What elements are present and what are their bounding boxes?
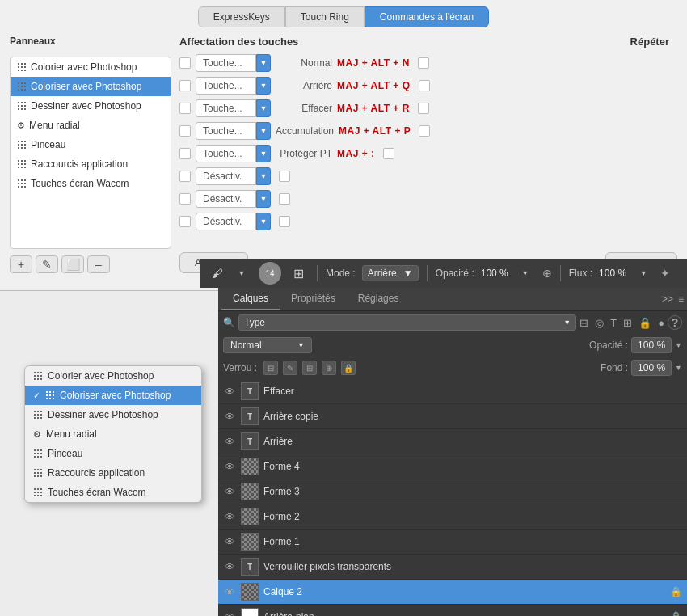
sidebar-item-coloriser[interactable]: Coloriser avec Photoshop — [11, 77, 171, 96]
menu-icon[interactable]: ≡ — [678, 293, 684, 305]
remove-button[interactable]: – — [87, 255, 110, 273]
eye-icon-arriere[interactable]: 👁 — [223, 436, 236, 448]
pressure-icon[interactable]: ⊕ — [542, 267, 552, 280]
help-button[interactable]: ? — [668, 315, 682, 330]
tab-calques[interactable]: Calques — [221, 288, 280, 310]
key-select-arrow-8[interactable]: ▼ — [256, 213, 271, 230]
layer-forme2[interactable]: 👁 Forme 2 — [218, 504, 687, 530]
layer-arriere[interactable]: 👁 T Arrière — [218, 429, 687, 454]
eye-icon-effacer[interactable]: 👁 — [223, 386, 236, 398]
layer-calque2[interactable]: 👁 Calque 2 🔒 — [218, 580, 687, 605]
lock-all-btn[interactable]: 🔒 — [341, 361, 356, 375]
lock-transparent-btn[interactable]: ⊟ — [263, 361, 278, 375]
sidebar-item-touches[interactable]: Touches écran Wacom — [11, 174, 171, 193]
eye-icon-arriere-copie[interactable]: 👁 — [223, 411, 236, 423]
sidebar-item-pinceau[interactable]: Pinceau — [11, 135, 171, 154]
search-box[interactable]: Type ▼ — [238, 314, 576, 331]
brush-tool-btn[interactable]: 🖌 — [207, 263, 228, 284]
filter-icon-5[interactable]: 🔒 — [639, 317, 651, 329]
repeat-check-4[interactable] — [419, 125, 430, 137]
layer-arriere-copie[interactable]: 👁 T Arrière copie — [218, 404, 687, 429]
key-select-arrow-2[interactable]: ▼ — [256, 77, 271, 95]
eye-icon-forme1[interactable]: 👁 — [223, 536, 236, 548]
expand-icon[interactable]: >> — [662, 293, 673, 305]
key-select-box-1[interactable]: Touche... — [196, 54, 256, 72]
filter-icon-1[interactable]: ⊟ — [580, 317, 588, 329]
key-select-arrow-7[interactable]: ▼ — [256, 190, 271, 208]
sidebar-item-dessiner[interactable]: Dessiner avec Photoshop — [11, 96, 171, 116]
float-item-touches[interactable]: Touches écran Wacom — [25, 483, 201, 502]
row-checkbox-2[interactable] — [179, 80, 191, 91]
fill-dropdown-icon[interactable]: ▼ — [675, 364, 682, 372]
airbrush-icon[interactable]: ✦ — [660, 267, 670, 280]
key-select-arrow-6[interactable]: ▼ — [256, 167, 271, 185]
float-item-dessiner[interactable]: Dessiner avec Photoshop — [25, 405, 201, 424]
eye-icon-verrou-pixels[interactable]: 👁 — [223, 561, 236, 573]
row-checkbox-1[interactable] — [179, 57, 191, 69]
row-checkbox-7[interactable] — [179, 193, 191, 205]
lock-artboard-btn[interactable]: ⊕ — [322, 361, 336, 375]
eye-icon-forme4[interactable]: 👁 — [223, 461, 236, 473]
brush-dropdown-btn[interactable]: ▼ — [231, 263, 252, 284]
key-select-box-8[interactable]: Désactiv. — [196, 213, 256, 230]
repeat-check-7[interactable] — [279, 193, 290, 205]
key-select-arrow-1[interactable]: ▼ — [256, 54, 271, 72]
row-checkbox-6[interactable] — [179, 171, 191, 182]
tab-reglages[interactable]: Réglages — [347, 288, 411, 310]
duplicate-button[interactable]: ⬜ — [61, 255, 84, 273]
mode-dropdown[interactable]: Arrière ▼ — [362, 265, 419, 281]
repeat-check-5[interactable] — [383, 148, 394, 159]
lock-paint-btn[interactable]: ✎ — [283, 361, 297, 375]
fill-value[interactable]: 100 % — [631, 360, 672, 376]
key-select-box-7[interactable]: Désactiv. — [196, 190, 256, 208]
float-item-pinceau[interactable]: Pinceau — [25, 444, 201, 463]
filter-icon-2[interactable]: ◎ — [595, 317, 604, 329]
blend-mode-select[interactable]: Normal ▼ — [223, 337, 312, 353]
lock-move-btn[interactable]: ⊞ — [302, 361, 317, 375]
eye-icon-forme2[interactable]: 👁 — [223, 511, 236, 523]
layer-effacer[interactable]: 👁 T Effacer — [218, 379, 687, 404]
key-select-box-6[interactable]: Désactiv. — [196, 167, 256, 185]
float-item-coloriser[interactable]: ✓ Coloriser avec Photoshop — [25, 386, 201, 405]
key-select-arrow-5[interactable]: ▼ — [256, 145, 271, 162]
key-select-arrow-3[interactable]: ▼ — [256, 99, 271, 117]
repeat-check-8[interactable] — [279, 216, 290, 227]
tab-commandes[interactable]: Commandes à l'écran — [365, 6, 489, 27]
row-checkbox-3[interactable] — [179, 103, 191, 114]
opacity-value[interactable]: 100 % — [631, 337, 672, 353]
tab-touchring[interactable]: Touch Ring — [285, 6, 365, 27]
row-checkbox-8[interactable] — [179, 216, 191, 227]
layer-forme4[interactable]: 👁 Forme 4 — [218, 454, 687, 479]
float-item-raccourcis[interactable]: Raccourcis application — [25, 463, 201, 483]
key-select-arrow-4[interactable]: ▼ — [256, 122, 271, 140]
layer-forme3[interactable]: 👁 Forme 3 — [218, 479, 687, 504]
key-select-box-5[interactable]: Touche... — [196, 145, 256, 162]
row-checkbox-5[interactable] — [179, 148, 191, 159]
brush-settings-btn[interactable]: ⊞ — [288, 263, 309, 284]
layer-forme1[interactable]: 👁 Forme 1 — [218, 530, 687, 555]
flux-dropdown-btn[interactable]: ▼ — [633, 263, 654, 284]
add-button[interactable]: + — [10, 255, 32, 273]
repeat-check-2[interactable] — [419, 80, 430, 91]
repeat-check-3[interactable] — [418, 103, 429, 114]
eye-icon-calque2[interactable]: 👁 — [223, 586, 236, 598]
sidebar-item-colorier[interactable]: Colorier avec Photoshop — [11, 57, 171, 77]
row-checkbox-4[interactable] — [179, 125, 191, 137]
tab-proprietes[interactable]: Propriétés — [280, 288, 347, 310]
key-select-box-4[interactable]: Touche... — [196, 122, 256, 140]
sidebar-item-menu-radial[interactable]: ⚙ Menu radial — [11, 116, 171, 135]
float-item-menu-radial[interactable]: ⚙ Menu radial — [25, 424, 201, 444]
eye-icon-arriere-plan[interactable]: 👁 — [223, 611, 236, 617]
edit-button[interactable]: ✎ — [36, 255, 58, 273]
sidebar-item-raccourcis[interactable]: Raccourcis application — [11, 154, 171, 174]
layer-arriere-plan[interactable]: 👁 Arrière-plan 🔒 — [218, 605, 687, 616]
brush-size-circle[interactable]: 14 — [259, 262, 281, 285]
repeat-check-6[interactable] — [279, 171, 290, 182]
key-select-box-3[interactable]: Touche... — [196, 99, 256, 117]
filter-icon-3[interactable]: T — [610, 317, 617, 329]
eye-icon-forme3[interactable]: 👁 — [223, 486, 236, 498]
layer-verrou-pixels[interactable]: 👁 T Verrouiller pixels transparents — [218, 555, 687, 580]
repeat-check-1[interactable] — [418, 57, 429, 69]
filter-icon-4[interactable]: ⊞ — [623, 317, 632, 329]
opacity-dropdown-btn[interactable]: ▼ — [515, 263, 536, 284]
